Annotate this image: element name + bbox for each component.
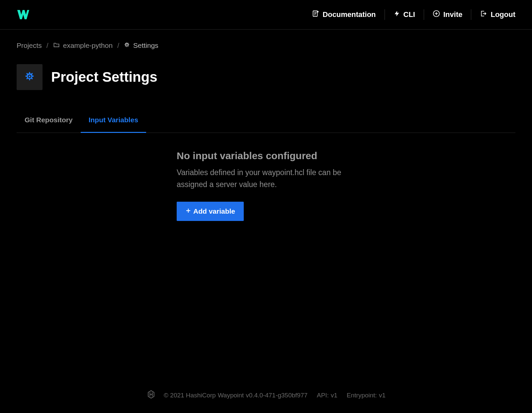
- page-title-icon-box: [17, 64, 43, 90]
- breadcrumb-projects-label: Projects: [17, 42, 42, 50]
- nav-logout-label: Logout: [490, 10, 515, 19]
- empty-state-title: No input variables configured: [177, 150, 363, 161]
- nav-invite[interactable]: Invite: [424, 9, 471, 20]
- nav-cli[interactable]: CLI: [385, 9, 424, 20]
- breadcrumb-separator: /: [46, 42, 48, 50]
- logout-icon: [480, 10, 487, 19]
- empty-state-description: Variables defined in your waypoint.hcl f…: [177, 167, 363, 190]
- footer-product: Waypoint: [218, 392, 244, 399]
- empty-state: No input variables configured Variables …: [177, 150, 363, 221]
- tab-input-variables[interactable]: Input Variables: [81, 116, 146, 133]
- hashicorp-icon: [146, 389, 154, 401]
- footer-api: API: v1: [317, 392, 337, 399]
- tabs: Git Repository Input Variables: [17, 116, 515, 133]
- nav-invite-label: Invite: [443, 10, 462, 19]
- footer-entrypoint: Entrypoint: v1: [347, 392, 386, 399]
- footer-version: v0.4.0-471-g350bf977: [246, 392, 308, 399]
- gear-icon: [24, 71, 35, 83]
- breadcrumb-projects[interactable]: Projects: [17, 42, 42, 50]
- footer-entrypoint-label: Entrypoint:: [347, 392, 377, 399]
- breadcrumb-project-label: example-python: [63, 42, 113, 50]
- tab-git-repository[interactable]: Git Repository: [17, 116, 81, 133]
- add-variable-label: Add variable: [193, 207, 235, 215]
- nav-documentation[interactable]: Documentation: [303, 9, 385, 20]
- breadcrumb: Projects / example-python / Settings: [17, 42, 515, 50]
- breadcrumb-settings-label: Settings: [133, 42, 158, 50]
- breadcrumb-project[interactable]: example-python: [53, 42, 113, 50]
- plus-icon: [185, 207, 191, 215]
- waypoint-logo[interactable]: [17, 9, 30, 21]
- header: Documentation CLI Invite: [0, 0, 532, 30]
- nav-logout[interactable]: Logout: [471, 9, 515, 20]
- content: Projects / example-python / Settings: [0, 30, 532, 221]
- footer: © 2021 HashiCorpWaypoint v0.4.0-471-g350…: [0, 389, 532, 401]
- footer-api-version: v1: [331, 392, 337, 399]
- breadcrumb-separator: /: [117, 42, 119, 50]
- nav-documentation-label: Documentation: [322, 10, 376, 19]
- page-title-row: Project Settings: [17, 64, 515, 90]
- breadcrumb-settings: Settings: [124, 42, 158, 50]
- footer-entrypoint-version: v1: [379, 392, 386, 399]
- bolt-icon: [394, 10, 400, 19]
- plus-circle-icon: [433, 10, 440, 19]
- footer-api-label: API:: [317, 392, 329, 399]
- gear-icon: [124, 42, 130, 50]
- nav-right: Documentation CLI Invite: [303, 9, 515, 20]
- folder-icon: [53, 42, 60, 50]
- footer-copyright: © 2021 HashiCorpWaypoint v0.4.0-471-g350…: [164, 392, 308, 399]
- documentation-icon: [312, 10, 319, 19]
- page-title: Project Settings: [51, 69, 157, 85]
- footer-copyright-text: © 2021 HashiCorp: [164, 392, 216, 399]
- add-variable-button[interactable]: Add variable: [177, 202, 244, 221]
- nav-cli-label: CLI: [403, 10, 415, 19]
